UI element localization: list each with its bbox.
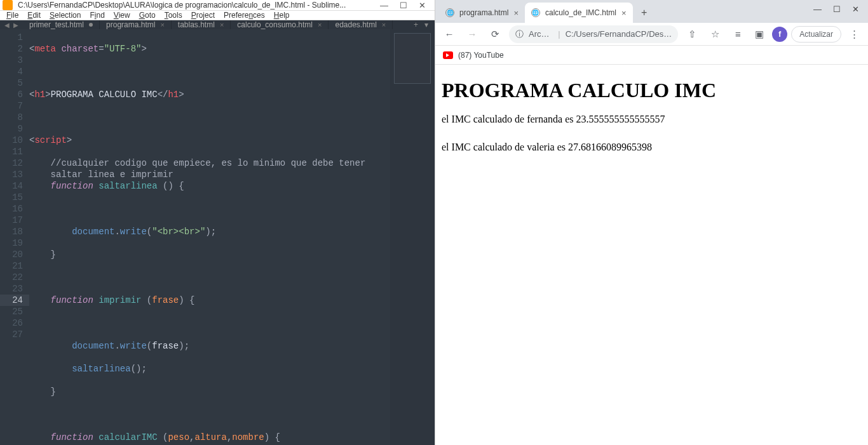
chrome-titlebar: 🌐 programa.html × 🌐 calculo_de_IMC.html … xyxy=(435,0,868,23)
share-icon: ⇧ xyxy=(688,29,696,40)
sublime-logo-icon xyxy=(3,0,13,10)
bookmark-youtube[interactable]: (87) YouTube xyxy=(458,51,504,60)
update-button[interactable]: Actualizar xyxy=(791,26,841,43)
tab-nav-left-icon[interactable]: ◀ xyxy=(4,22,10,29)
reading-list-button[interactable]: ≡ xyxy=(729,25,747,43)
sublime-tab-bar: ◀ ▶ primer_test.html programa.html × tab… xyxy=(0,20,435,29)
sublime-window-controls: — ☐ ✕ xyxy=(380,1,432,10)
side-panel-button[interactable]: ▣ xyxy=(750,25,768,43)
page-heading: PROGRAMA CALCULO IMC xyxy=(442,79,862,102)
chrome-tab-programa[interactable]: 🌐 programa.html × xyxy=(439,3,525,23)
update-label: Actualizar xyxy=(799,30,833,39)
page-content: PROGRAMA CALCULO IMC el IMC calculado de… xyxy=(435,65,868,445)
tab-nav: ◀ ▶ xyxy=(0,20,23,29)
minimap[interactable] xyxy=(390,29,435,445)
menu-selection[interactable]: Selection xyxy=(50,11,81,20)
reload-icon: ⟳ xyxy=(491,29,499,40)
arrow-left-icon: ← xyxy=(445,29,454,39)
line-number-gutter: 1234 5678 9101112 13141516 17181920 2122… xyxy=(0,29,29,445)
globe-icon: 🌐 xyxy=(531,8,540,17)
menu-file[interactable]: File xyxy=(6,11,18,20)
sublime-titlebar: C:\Users\FernandaCP\Desktop\ALURA\logica… xyxy=(0,0,435,11)
url-path: C:/Users/FernandaCP/Desktop... xyxy=(566,29,672,39)
tab-close-icon[interactable]: × xyxy=(318,21,322,29)
tab-calculo-consumo[interactable]: calculo_consumo.html × xyxy=(231,20,329,29)
sublime-menu-bar: File Edit Selection Find View Goto Tools… xyxy=(0,11,435,20)
tab-close-icon[interactable]: × xyxy=(160,21,164,29)
tab-nav-right-icon[interactable]: ▶ xyxy=(13,22,18,29)
nav-back-button[interactable]: ← xyxy=(440,25,458,43)
menu-edit[interactable]: Edit xyxy=(27,11,41,20)
tab-close-icon[interactable]: × xyxy=(621,8,627,18)
maximize-button[interactable]: ☐ xyxy=(400,1,407,10)
profile-avatar[interactable]: f xyxy=(772,27,787,42)
arrow-right-icon: → xyxy=(468,29,477,39)
minimap-viewport[interactable] xyxy=(394,33,431,84)
kebab-menu-icon: ⋮ xyxy=(850,29,859,40)
tab-programa[interactable]: programa.html × xyxy=(100,20,172,29)
tab-label: tablas.html xyxy=(178,20,215,29)
tab-label: edades.html xyxy=(335,20,376,29)
tab-tablas[interactable]: tablas.html × xyxy=(172,20,231,29)
code-area[interactable]: <meta charset="UTF-8"> <h1>PROGRAMA CALC… xyxy=(29,29,390,445)
info-icon[interactable]: ⓘ xyxy=(515,29,524,40)
sublime-editor: 1234 5678 9101112 13141516 17181920 2122… xyxy=(0,29,435,445)
youtube-icon xyxy=(443,51,453,59)
url-scheme: Archivo xyxy=(529,29,553,39)
chrome-tab-calculo-imc[interactable]: 🌐 calculo_de_IMC.html × xyxy=(525,3,633,23)
menu-help[interactable]: Help xyxy=(274,11,290,20)
tab-overflow-button[interactable]: ▾ xyxy=(424,20,428,29)
menu-tools[interactable]: Tools xyxy=(165,11,182,20)
new-tab-button[interactable]: + xyxy=(635,4,653,22)
tab-strip-right: + ▾ xyxy=(407,20,435,29)
share-button[interactable]: ⇧ xyxy=(683,25,701,43)
tab-close-icon[interactable]: × xyxy=(513,8,519,18)
toolbar-right: ≡ ▣ f Actualizar ⋮ xyxy=(729,25,863,43)
chrome-window-controls: — ☐ ✕ xyxy=(808,0,868,18)
result-line-2: el IMC calculado de valeria es 27.681660… xyxy=(442,142,862,153)
tab-label: calculo_de_IMC.html xyxy=(545,8,616,17)
reader-icon: ≡ xyxy=(735,29,741,39)
sublime-title: C:\Users\FernandaCP\Desktop\ALURA\logica… xyxy=(18,1,380,10)
tab-label: programa.html xyxy=(106,20,155,29)
plus-icon: + xyxy=(641,7,647,18)
minimize-button[interactable]: — xyxy=(813,4,822,14)
menu-preferences[interactable]: Preferences xyxy=(224,11,265,20)
close-button[interactable]: ✕ xyxy=(419,1,426,10)
sublime-window: C:\Users\FernandaCP\Desktop\ALURA\logica… xyxy=(0,0,435,445)
tab-label: primer_test.html xyxy=(29,20,84,29)
chrome-toolbar: ← → ⟳ ⓘ Archivo | C:/Users/FernandaCP/De… xyxy=(435,23,868,46)
chrome-tab-strip: 🌐 programa.html × 🌐 calculo_de_IMC.html … xyxy=(435,0,808,23)
tab-edades[interactable]: edades.html × xyxy=(329,20,393,29)
reload-button[interactable]: ⟳ xyxy=(486,25,504,43)
tab-primer-test[interactable]: primer_test.html xyxy=(23,20,100,29)
tab-label: programa.html xyxy=(459,8,508,17)
star-icon: ☆ xyxy=(711,29,719,40)
chrome-menu-button[interactable]: ⋮ xyxy=(845,25,863,43)
menu-project[interactable]: Project xyxy=(191,11,215,20)
url-separator: | xyxy=(558,29,560,39)
chrome-window: 🌐 programa.html × 🌐 calculo_de_IMC.html … xyxy=(435,0,868,445)
close-button[interactable]: ✕ xyxy=(852,4,859,14)
tab-label: calculo_consumo.html xyxy=(237,20,313,29)
minimize-button[interactable]: — xyxy=(380,1,388,10)
panel-icon: ▣ xyxy=(755,29,764,40)
maximize-button[interactable]: ☐ xyxy=(833,4,841,14)
globe-icon: 🌐 xyxy=(445,8,454,17)
bookmark-star-button[interactable]: ☆ xyxy=(706,25,724,43)
dirty-dot-icon xyxy=(89,23,93,27)
address-bar[interactable]: ⓘ Archivo | C:/Users/FernandaCP/Desktop.… xyxy=(509,25,678,43)
menu-view[interactable]: View xyxy=(114,11,130,20)
menu-find[interactable]: Find xyxy=(90,11,104,20)
menu-goto[interactable]: Goto xyxy=(139,11,156,20)
tab-close-icon[interactable]: × xyxy=(220,21,224,29)
tab-close-icon[interactable]: × xyxy=(382,21,386,29)
new-tab-button[interactable]: + xyxy=(414,20,418,29)
avatar-letter: f xyxy=(778,30,781,39)
nav-forward-button[interactable]: → xyxy=(463,25,481,43)
result-line-1: el IMC calculado de fernanda es 23.55555… xyxy=(442,114,862,125)
bookmarks-bar: (87) YouTube xyxy=(435,46,868,65)
